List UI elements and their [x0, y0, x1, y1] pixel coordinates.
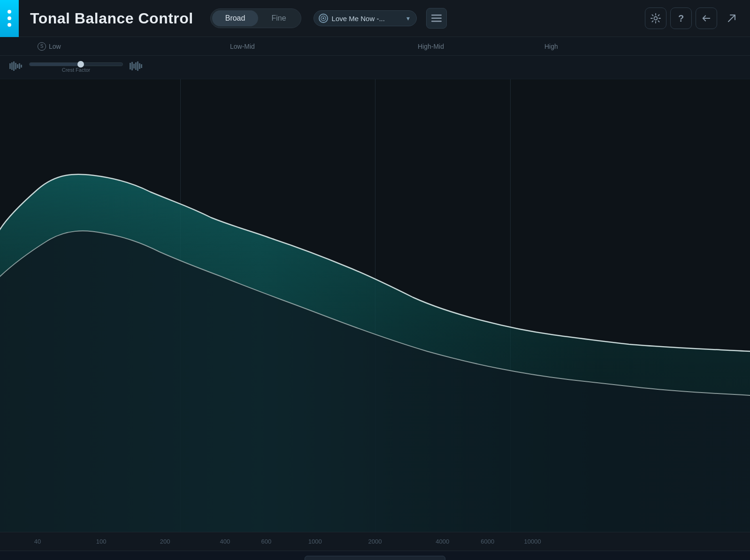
logo-dot-2: [8, 16, 11, 20]
svg-rect-3: [431, 18, 442, 19]
svg-rect-11: [19, 63, 20, 69]
crest-slider-container: Crest Factor: [29, 62, 123, 73]
svg-rect-15: [133, 64, 135, 68]
settings-icon: [651, 13, 661, 23]
crest-left-icon: [9, 61, 23, 73]
x-label-400: 400: [220, 538, 230, 545]
x-label-600: 600: [261, 538, 271, 545]
x-label-2000: 2000: [368, 538, 382, 545]
x-label-1000: 1000: [308, 538, 322, 545]
svg-rect-18: [139, 63, 140, 69]
svg-point-5: [654, 17, 658, 20]
band-labels-row: S Low Low-Mid High-Mid High: [0, 37, 750, 56]
help-button[interactable]: ?: [670, 8, 692, 29]
broad-fine-toggle: Broad Fine: [210, 8, 301, 28]
menu-button[interactable]: [426, 8, 447, 29]
source-select-dropdown[interactable]: Select a source ▾: [305, 556, 445, 560]
broad-button[interactable]: Broad: [212, 10, 259, 26]
svg-rect-16: [135, 62, 137, 70]
chart-area: [0, 79, 750, 532]
menu-icon: [431, 15, 442, 22]
settings-button[interactable]: [645, 8, 666, 29]
svg-point-1: [322, 17, 324, 19]
crest-factor-area: Crest Factor: [0, 56, 750, 79]
track-chevron-icon: ▾: [406, 15, 410, 22]
svg-rect-4: [431, 21, 442, 22]
svg-rect-12: [21, 65, 22, 68]
logo-dot-1: [8, 10, 11, 14]
x-label-10000: 10000: [524, 538, 541, 545]
svg-rect-6: [9, 63, 11, 69]
svg-rect-8: [13, 61, 15, 71]
x-label-6000: 6000: [481, 538, 494, 545]
fine-button[interactable]: Fine: [258, 10, 299, 26]
arrow-icon: [725, 11, 739, 25]
crest-right-icon: [130, 61, 143, 73]
svg-rect-19: [141, 64, 142, 68]
header: Tonal Balance Control Broad Fine Love Me…: [0, 0, 750, 37]
track-icon: [319, 14, 328, 23]
high-band-label: High: [544, 43, 558, 50]
logo-dot-3: [8, 23, 11, 27]
s-badge: S: [38, 42, 46, 51]
app-title: Tonal Balance Control: [30, 10, 193, 27]
logo: [0, 0, 19, 37]
crest-label: Crest Factor: [62, 67, 91, 73]
x-label-4000: 4000: [436, 538, 449, 545]
svg-rect-13: [130, 63, 131, 69]
header-actions: ?: [645, 8, 742, 29]
x-label-100: 100: [96, 538, 107, 545]
crest-slider-thumb: [77, 61, 84, 68]
svg-rect-2: [431, 15, 442, 16]
arrow-button[interactable]: [721, 8, 742, 29]
help-icon: ?: [678, 13, 684, 24]
svg-rect-17: [137, 61, 138, 71]
bottom-bar: Select a source ▾: [0, 551, 750, 560]
svg-rect-10: [17, 64, 18, 68]
low-band-label: S Low: [38, 42, 61, 51]
back-button[interactable]: [696, 8, 717, 29]
svg-rect-14: [131, 62, 133, 70]
svg-rect-7: [11, 62, 13, 70]
crest-slider[interactable]: [29, 62, 123, 66]
track-selector[interactable]: Love Me Now -... ▾: [314, 10, 417, 26]
back-icon: [701, 13, 712, 23]
crest-slider-fill: [30, 63, 81, 66]
track-name: Love Me Now -...: [332, 15, 403, 23]
high-mid-band-label: High-Mid: [418, 43, 444, 50]
x-label-40: 40: [34, 538, 41, 545]
svg-rect-9: [15, 63, 16, 69]
x-label-200: 200: [160, 538, 170, 545]
tonal-curve-svg: [0, 79, 750, 532]
x-axis: 40 100 200 400 600 1000 2000 4000 6000 1…: [0, 532, 750, 551]
low-mid-band-label: Low-Mid: [230, 43, 255, 50]
